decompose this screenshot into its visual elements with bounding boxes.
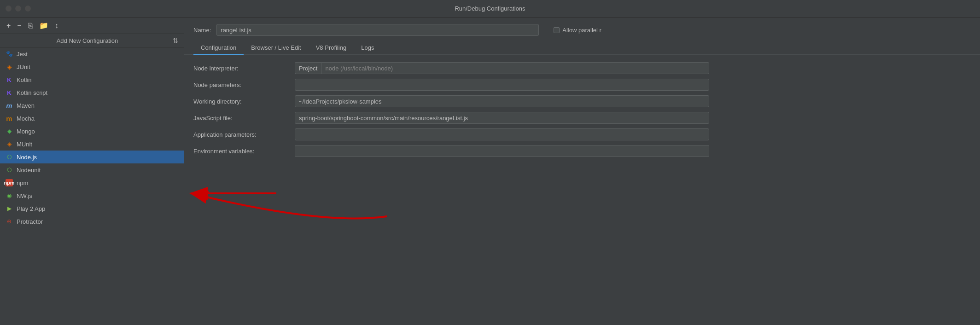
munit-label: MUnit [17,141,32,148]
junit-label: JUnit [17,64,30,70]
node-parameters-input[interactable] [295,79,709,91]
sidebar-list: 🐾 Jest ◈ JUnit K Kotlin K Kotlin script [0,47,184,325]
kotlin-icon: K [6,76,13,83]
sidebar-item-nodeunit[interactable]: ⬡ Nodeunit [0,163,184,176]
allow-parallel-label: Allow parallel r [562,27,601,34]
kotlin-script-icon: K [6,89,13,96]
sidebar-toolbar: + − ⎘ 📁 ↕ [0,17,184,34]
working-directory-control [295,95,709,107]
environment-variables-label: Environment variables: [193,148,295,155]
node-interpreter-row: Node interpreter: Project node (/usr/loc… [193,62,971,74]
maven-icon: m [6,102,13,109]
node-parameters-label: Node parameters: [193,81,295,88]
folder-button[interactable]: 📁 [37,20,50,31]
mocha-icon: m [6,115,13,122]
sidebar-item-maven[interactable]: m Maven [0,99,184,112]
maximize-button[interactable] [25,6,31,12]
munit-icon: ◈ [6,140,13,148]
nwjs-label: NW.js [17,192,32,199]
node-interpreter-control: Project node (/usr/local/bin/node) [295,62,709,74]
sidebar-item-play2[interactable]: ▶ Play 2 App [0,202,184,215]
play2-icon: ▶ [6,205,13,212]
name-input[interactable] [216,24,539,36]
environment-variables-control [295,145,709,157]
nodeunit-label: Nodeunit [17,167,41,174]
mongo-label: Mongo [17,128,35,135]
javascript-file-row: JavaScript file: [193,112,971,124]
tab-browser-live-edit[interactable]: Browser / Live Edit [244,41,308,55]
add-config-button[interactable]: + [5,21,12,31]
jest-label: Jest [17,51,28,58]
name-row: Name: Allow parallel r [184,17,980,41]
node-parameters-row: Node parameters: [193,79,971,91]
kotlin-script-label: Kotlin script [17,89,47,96]
nwjs-icon: ◉ [6,192,13,199]
javascript-file-input[interactable] [295,112,709,124]
sort-button[interactable]: ↕ [53,21,60,31]
sidebar-item-mocha[interactable]: m Mocha [0,112,184,125]
allow-parallel-checkbox[interactable] [554,27,560,33]
sidebar-item-mongo[interactable]: ◆ Mongo [0,125,184,138]
sidebar-item-jest[interactable]: 🐾 Jest [0,47,184,60]
sidebar-item-npm[interactable]: npm npm [0,176,184,189]
config-form: Node interpreter: Project node (/usr/loc… [184,55,980,164]
traffic-lights [6,6,31,12]
interpreter-badge: Project [295,62,321,74]
application-parameters-label: Application parameters: [193,131,295,138]
tab-v8-profiling[interactable]: V8 Profiling [309,41,354,55]
npm-label: npm [17,180,28,186]
maven-label: Maven [17,102,35,109]
application-parameters-input[interactable] [295,128,709,140]
interpreter-value: node (/usr/local/bin/node) [321,62,709,74]
node-parameters-control [295,79,709,91]
sidebar-item-kotlin-script[interactable]: K Kotlin script [0,86,184,99]
allow-parallel-row: Allow parallel r [554,27,601,34]
working-directory-row: Working directory: [193,95,971,107]
sidebar-item-kotlin[interactable]: K Kotlin [0,73,184,86]
nodejs-icon: ⬡ [6,153,13,161]
application-parameters-control [295,128,709,140]
sidebar: + − ⎘ 📁 ↕ Add New Configuration ⇅ 🐾 Jest [0,17,184,325]
tabs-row: Configuration Browser / Live Edit V8 Pro… [184,41,980,55]
nodeunit-icon: ⬡ [6,166,13,174]
jest-icon: 🐾 [6,50,13,58]
play2-label: Play 2 App [17,205,45,212]
mongo-icon: ◆ [6,128,13,135]
nodejs-label: Node.js [17,154,37,161]
npm-icon: npm [6,179,13,186]
interpreter-row: Project node (/usr/local/bin/node) [295,62,709,74]
junit-icon: ◈ [6,63,13,70]
environment-variables-row: Environment variables: [193,145,971,157]
application-parameters-row: Application parameters: [193,128,971,140]
sidebar-item-protractor[interactable]: ⊖ Protractor [0,215,184,228]
javascript-file-label: JavaScript file: [193,115,295,122]
right-panel: Name: Allow parallel r Configuration Bro… [184,17,980,325]
filter-icon[interactable]: ⇅ [173,37,178,44]
minimize-button[interactable] [15,6,21,12]
protractor-icon: ⊖ [6,218,13,225]
sidebar-item-nwjs[interactable]: ◉ NW.js [0,189,184,202]
working-directory-input[interactable] [295,95,709,107]
name-label: Name: [193,27,211,34]
node-interpreter-label: Node interpreter: [193,65,295,72]
copy-config-button[interactable]: ⎘ [26,21,35,31]
protractor-label: Protractor [17,218,43,225]
tab-logs[interactable]: Logs [354,41,381,55]
working-directory-label: Working directory: [193,98,295,105]
title-bar: Run/Debug Configurations [0,0,980,17]
javascript-file-control [295,112,709,124]
sidebar-item-junit[interactable]: ◈ JUnit [0,60,184,73]
mocha-label: Mocha [17,115,35,122]
environment-variables-input[interactable] [295,145,709,157]
sidebar-item-munit[interactable]: ◈ MUnit [0,138,184,151]
kotlin-label: Kotlin [17,76,32,83]
remove-config-button[interactable]: − [15,21,23,31]
window-title: Run/Debug Configurations [455,5,525,12]
tab-configuration[interactable]: Configuration [193,41,244,55]
sidebar-title-row: Add New Configuration ⇅ [0,34,184,47]
add-new-config-label: Add New Configuration [5,37,170,44]
sidebar-item-nodejs[interactable]: ⬡ Node.js [0,151,184,163]
close-button[interactable] [6,6,12,12]
